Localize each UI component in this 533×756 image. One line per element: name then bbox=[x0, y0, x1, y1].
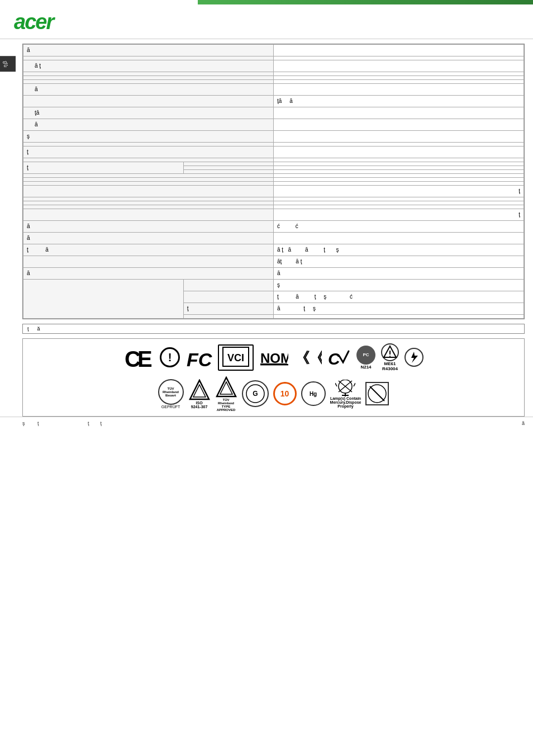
svg-line-24 bbox=[370, 386, 384, 401]
ccc-mark: 《《 bbox=[294, 347, 322, 367]
ae-badge bbox=[365, 382, 389, 405]
svg-text:FC: FC bbox=[187, 349, 212, 368]
me61-badge: ME61 R43004 bbox=[381, 343, 399, 371]
svg-text:NOM: NOM bbox=[260, 351, 288, 366]
table-row: ă bbox=[23, 233, 524, 244]
lamp-dispose-logo: Lamp(s) ContainMercury.DisposeProperly bbox=[330, 380, 361, 408]
table-row: ă ć ć bbox=[23, 221, 524, 233]
table-row: ă ă bbox=[23, 268, 524, 280]
c-tick-mark: C bbox=[327, 347, 351, 368]
table-row bbox=[23, 72, 524, 76]
rohs-10-logo: 10 bbox=[273, 382, 297, 405]
svg-text:G: G bbox=[253, 390, 258, 398]
table-row bbox=[23, 76, 524, 80]
svg-marker-11 bbox=[190, 380, 209, 399]
energy-icon bbox=[404, 348, 423, 367]
table-row: ăţ ă ţ bbox=[23, 256, 524, 268]
svg-marker-12 bbox=[193, 385, 206, 397]
table-row: ă ţ bbox=[23, 60, 524, 72]
iso-9241-logo: ISO9241-307 bbox=[188, 379, 211, 409]
table-row: ţ bbox=[23, 186, 524, 197]
spec-table-container: ă ă ţ bbox=[22, 44, 525, 319]
svg-text:CE: CE bbox=[125, 347, 152, 369]
page-footer: ş ţ ţ ţ ă bbox=[0, 417, 533, 429]
table-row: ş bbox=[23, 280, 524, 291]
page-header: acer bbox=[0, 0, 533, 39]
table-row bbox=[23, 80, 524, 84]
bottom-note: ţ ă bbox=[22, 324, 525, 334]
table-row: ţă ă bbox=[23, 96, 524, 107]
cert-row-1: CE ! FC VCI NOM 《《 bbox=[23, 339, 524, 374]
exclamation-circle-icon: ! bbox=[160, 347, 180, 367]
acer-logo: acer bbox=[11, 6, 78, 38]
header-green-bar bbox=[198, 0, 533, 4]
svg-line-20 bbox=[354, 383, 355, 386]
n214-badge: PC N214 bbox=[356, 346, 375, 370]
tuv-type-logo: TÜVRheinlandTYPEAPPROVED bbox=[215, 376, 237, 412]
table-row: ă bbox=[23, 84, 524, 96]
left-tab: ŋβ bbox=[0, 56, 16, 72]
ce-mark: CE bbox=[123, 346, 154, 369]
table-row bbox=[23, 201, 524, 205]
svg-text:《《: 《《 bbox=[295, 349, 322, 366]
cert-row-2: TÜVRheinlandBauart GEPRÜFT ISO9241-307 bbox=[23, 374, 524, 416]
spec-table: ă ă ţ bbox=[23, 44, 524, 319]
table-row bbox=[23, 205, 524, 209]
nom-mark: NOM bbox=[259, 347, 288, 367]
fsc-g-logo: G bbox=[242, 380, 269, 407]
table-row: ş bbox=[23, 131, 524, 143]
table-row bbox=[23, 197, 524, 201]
table-row bbox=[23, 182, 524, 186]
svg-text:VCI: VCI bbox=[227, 352, 244, 363]
svg-text:C: C bbox=[328, 349, 341, 368]
svg-marker-14 bbox=[220, 382, 232, 394]
table-row: ă bbox=[23, 45, 524, 56]
fc-mark: FC bbox=[185, 346, 212, 368]
tuv-bauart-logo: TÜVRheinlandBauart GEPRÜFT bbox=[158, 379, 184, 409]
svg-text:acer: acer bbox=[14, 10, 55, 34]
table-row bbox=[23, 143, 524, 147]
footer-right: ă bbox=[522, 420, 525, 426]
table-row: ţ bbox=[23, 209, 524, 221]
svg-marker-13 bbox=[217, 377, 236, 396]
table-row: ă bbox=[23, 119, 524, 131]
table-row bbox=[23, 56, 524, 60]
table-row: ţă bbox=[23, 107, 524, 119]
table-row: ţ bbox=[23, 147, 524, 158]
table-row bbox=[23, 174, 524, 178]
table-row bbox=[23, 158, 524, 162]
svg-line-19 bbox=[335, 383, 337, 386]
table-row: ţ bbox=[23, 162, 524, 166]
vci-mark: VCI bbox=[218, 344, 254, 371]
table-row: ţ ă ă ţ ă ă ţ ş bbox=[23, 244, 524, 256]
footer-left: ş ţ ţ ţ bbox=[22, 420, 102, 426]
table-row bbox=[23, 178, 524, 182]
svg-point-10 bbox=[389, 356, 391, 357]
certification-container: CE ! FC VCI NOM 《《 bbox=[22, 338, 525, 417]
hg-mercury-logo: Hg bbox=[301, 381, 326, 406]
